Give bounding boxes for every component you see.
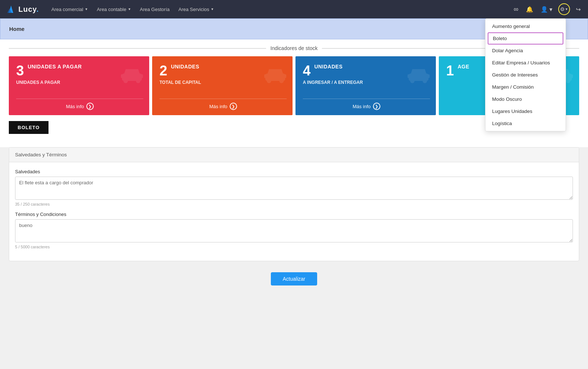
svg-point-23 — [566, 79, 570, 83]
svg-rect-12 — [264, 74, 266, 78]
terminos-label: Términos y Condiciones — [15, 212, 573, 217]
terminos-char-count: 5 / 5000 caracteres — [15, 245, 573, 249]
card-title: UNIDADES A PAGAR — [28, 64, 82, 70]
svg-point-16 — [410, 79, 415, 83]
boleto-badge: BOLETO — [9, 121, 49, 134]
brand-name: Lucy. — [18, 5, 39, 14]
nav-area-comercial[interactable]: Area comercial ▼ — [48, 4, 92, 14]
indicator-card-1: 2 UNIDADES TOTAL DE CAPITAL — [152, 56, 293, 115]
svg-point-17 — [423, 79, 427, 83]
svg-point-5 — [136, 79, 140, 83]
card-number-block: 1 AGE — [446, 64, 469, 78]
dropdown-item-logística[interactable]: Logística — [485, 117, 566, 129]
logout-icon[interactable]: ↪ — [574, 4, 582, 14]
card-title: AGE — [458, 64, 469, 70]
svg-point-11 — [279, 79, 284, 83]
chevron-down-icon: ▼ — [565, 7, 568, 11]
nav-area-servicios[interactable]: Area Servicios ▼ — [175, 4, 218, 14]
indicator-card-2: 4 UNIDADES A INGRESAR / A ENTREGAR — [295, 56, 436, 115]
svg-rect-13 — [284, 74, 286, 78]
car-icon — [406, 63, 431, 90]
card-number: 2 — [159, 64, 167, 78]
dropdown-item-lugares-unidades[interactable]: Lugares Unidades — [485, 105, 566, 117]
chevron-down-icon: ▼ — [211, 7, 214, 11]
navbar-right: ∞ 🔔 👤 ▾ ⚙ ▼ ↪ — [512, 3, 582, 15]
card-footer-label: Más info — [66, 104, 84, 109]
car-icon — [119, 63, 145, 90]
card-number-block: 3 UNIDADES A PAGAR — [16, 64, 82, 78]
indicator-card-0: 3 UNIDADES A PAGAR UNIDADES A PAGAR — [9, 56, 149, 115]
svg-point-4 — [123, 79, 128, 83]
card-footer-label: Más info — [352, 104, 370, 109]
svg-point-10 — [267, 79, 271, 83]
car-icon — [262, 63, 288, 90]
svg-marker-9 — [268, 69, 283, 74]
card-footer[interactable]: Más info ❯ — [16, 99, 143, 110]
card-title: UNIDADES — [171, 64, 199, 70]
card-number-block: 4 UNIDADES — [303, 64, 343, 78]
svg-marker-3 — [124, 69, 140, 74]
form-section: Salvedades y Términos Salvedades 35 / 25… — [9, 147, 579, 261]
card-title: UNIDADES — [314, 64, 343, 70]
lucy-logo-icon — [6, 4, 16, 14]
gear-icon: ⚙ — [560, 6, 565, 12]
svg-rect-18 — [408, 74, 410, 78]
nav-area-gestoria[interactable]: Area Gestoría — [136, 4, 173, 14]
arrow-circle-icon: ❯ — [373, 103, 380, 110]
dropdown-item-gestión-de-intereses[interactable]: Gestión de Intereses — [485, 69, 566, 81]
form-body: Salvedades 35 / 250 caracteres Términos … — [9, 162, 579, 261]
salvedades-char-count: 35 / 250 caracteres — [15, 202, 573, 206]
card-footer[interactable]: Más info ❯ — [303, 99, 430, 110]
chevron-down-icon: ▼ — [128, 7, 131, 11]
arrow-circle-icon: ❯ — [230, 103, 237, 110]
salvedades-group: Salvedades 35 / 250 caracteres — [15, 169, 573, 206]
settings-dropdown: Aumento generalBoletoDolar AgenciaEditar… — [485, 18, 566, 131]
actualizar-button[interactable]: Actualizar — [271, 272, 317, 285]
home-title: Home — [9, 26, 25, 32]
salvedades-label: Salvedades — [15, 169, 573, 174]
arrow-circle-icon: ❯ — [86, 103, 94, 110]
form-section-header: Salvedades y Términos — [9, 148, 579, 162]
terminos-group: Términos y Condiciones 5 / 5000 caracter… — [15, 212, 573, 249]
svg-rect-25 — [571, 74, 573, 78]
dropdown-item-dolar-agencia[interactable]: Dolar Agencia — [485, 45, 566, 57]
dropdown-item-aumento-general[interactable]: Aumento general — [485, 20, 566, 32]
card-footer[interactable]: Más info ❯ — [159, 99, 287, 110]
svg-rect-19 — [427, 74, 430, 78]
svg-marker-15 — [411, 69, 426, 74]
dropdown-item-boleto[interactable]: Boleto — [488, 32, 563, 45]
nav-area-contable[interactable]: Area contable ▼ — [93, 4, 135, 14]
card-number-block: 2 UNIDADES — [159, 64, 199, 78]
card-number: 1 — [446, 64, 454, 78]
user-icon[interactable]: 👤 ▾ — [539, 4, 554, 14]
terminos-textarea[interactable] — [15, 219, 573, 242]
nav-items: Area comercial ▼ Area contable ▼ Area Ge… — [48, 4, 512, 14]
svg-rect-7 — [141, 74, 143, 78]
chevron-down-icon: ▼ — [85, 7, 88, 11]
dropdown-item-margen--comisión[interactable]: Margen / Comisión — [485, 81, 566, 93]
infinity-icon[interactable]: ∞ — [512, 4, 520, 15]
card-number: 4 — [303, 64, 311, 78]
card-number: 3 — [16, 64, 24, 78]
svg-rect-6 — [121, 74, 123, 78]
navbar: Lucy. Area comercial ▼ Area contable ▼ A… — [0, 0, 588, 18]
brand-logo[interactable]: Lucy. — [6, 4, 39, 14]
card-footer-label: Más info — [209, 104, 227, 109]
settings-button[interactable]: ⚙ ▼ — [558, 3, 570, 15]
dropdown-item-modo-oscuro[interactable]: Modo Oscuro — [485, 93, 566, 105]
salvedades-textarea[interactable] — [15, 177, 573, 200]
bell-icon[interactable]: 🔔 — [524, 4, 535, 14]
form-actions: Actualizar — [0, 269, 588, 293]
dropdown-item-editar-empresa--usuarios[interactable]: Editar Empresa / Usuarios — [485, 57, 566, 69]
